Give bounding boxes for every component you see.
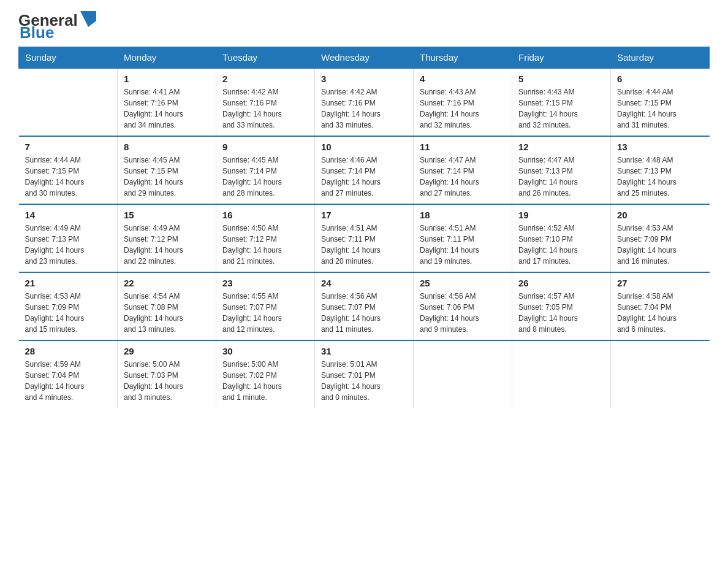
day-info: Sunrise: 4:50 AM Sunset: 7:12 PM Dayligh… [222, 223, 308, 267]
calendar-cell: 11Sunrise: 4:47 AM Sunset: 7:14 PM Dayli… [414, 136, 512, 204]
calendar-cell: 1Sunrise: 4:41 AM Sunset: 7:16 PM Daylig… [118, 68, 216, 136]
calendar-cell: 6Sunrise: 4:44 AM Sunset: 7:15 PM Daylig… [611, 68, 710, 136]
day-number: 16 [222, 210, 308, 220]
day-number: 6 [617, 74, 703, 84]
calendar-cell: 16Sunrise: 4:50 AM Sunset: 7:12 PM Dayli… [216, 204, 315, 272]
day-number: 5 [518, 74, 604, 84]
calendar-cell: 18Sunrise: 4:51 AM Sunset: 7:11 PM Dayli… [414, 204, 512, 272]
day-info: Sunrise: 4:45 AM Sunset: 7:14 PM Dayligh… [222, 155, 308, 199]
svg-marker-0 [80, 11, 96, 27]
header-wednesday: Wednesday [315, 47, 414, 69]
day-info: Sunrise: 4:48 AM Sunset: 7:13 PM Dayligh… [617, 155, 703, 199]
calendar-cell: 26Sunrise: 4:57 AM Sunset: 7:05 PM Dayli… [512, 272, 611, 340]
day-number: 24 [321, 278, 407, 288]
day-info: Sunrise: 4:59 AM Sunset: 7:04 PM Dayligh… [25, 359, 112, 403]
day-info: Sunrise: 4:49 AM Sunset: 7:13 PM Dayligh… [25, 223, 112, 267]
day-info: Sunrise: 4:47 AM Sunset: 7:13 PM Dayligh… [518, 155, 604, 199]
day-number: 31 [321, 346, 407, 356]
calendar-cell: 19Sunrise: 4:52 AM Sunset: 7:10 PM Dayli… [512, 204, 611, 272]
day-info: Sunrise: 4:56 AM Sunset: 7:06 PM Dayligh… [420, 291, 506, 335]
page-header: General Blue [18, 12, 710, 40]
day-number: 3 [321, 74, 407, 84]
day-number: 21 [25, 278, 112, 288]
day-info: Sunrise: 4:53 AM Sunset: 7:09 PM Dayligh… [25, 291, 112, 335]
calendar-cell: 4Sunrise: 4:43 AM Sunset: 7:16 PM Daylig… [414, 68, 512, 136]
day-number: 7 [25, 142, 112, 152]
day-info: Sunrise: 4:46 AM Sunset: 7:14 PM Dayligh… [321, 155, 407, 199]
day-info: Sunrise: 4:56 AM Sunset: 7:07 PM Dayligh… [321, 291, 407, 335]
day-number: 25 [420, 278, 506, 288]
day-number: 10 [321, 142, 407, 152]
day-number: 11 [420, 142, 506, 152]
calendar-cell [611, 340, 710, 408]
day-info: Sunrise: 4:52 AM Sunset: 7:10 PM Dayligh… [518, 223, 604, 267]
day-number: 23 [222, 278, 308, 288]
day-number: 8 [124, 142, 210, 152]
calendar-cell: 9Sunrise: 4:45 AM Sunset: 7:14 PM Daylig… [216, 136, 315, 204]
header-saturday: Saturday [611, 47, 710, 69]
day-number: 20 [617, 210, 703, 220]
calendar-cell: 23Sunrise: 4:55 AM Sunset: 7:07 PM Dayli… [216, 272, 315, 340]
calendar-week-row: 1Sunrise: 4:41 AM Sunset: 7:16 PM Daylig… [19, 68, 710, 136]
day-number: 12 [518, 142, 604, 152]
day-info: Sunrise: 4:45 AM Sunset: 7:15 PM Dayligh… [124, 155, 210, 199]
day-number: 15 [124, 210, 210, 220]
calendar-cell: 15Sunrise: 4:49 AM Sunset: 7:12 PM Dayli… [118, 204, 216, 272]
day-info: Sunrise: 4:58 AM Sunset: 7:04 PM Dayligh… [617, 291, 703, 335]
day-info: Sunrise: 4:44 AM Sunset: 7:15 PM Dayligh… [617, 86, 703, 131]
day-info: Sunrise: 4:49 AM Sunset: 7:12 PM Dayligh… [124, 223, 210, 267]
day-number: 13 [617, 142, 703, 152]
logo: General Blue [18, 12, 97, 40]
calendar-cell: 25Sunrise: 4:56 AM Sunset: 7:06 PM Dayli… [414, 272, 512, 340]
day-info: Sunrise: 4:44 AM Sunset: 7:15 PM Dayligh… [25, 155, 112, 199]
calendar-cell: 27Sunrise: 4:58 AM Sunset: 7:04 PM Dayli… [611, 272, 710, 340]
day-number: 17 [321, 210, 407, 220]
day-info: Sunrise: 4:53 AM Sunset: 7:09 PM Dayligh… [617, 223, 703, 267]
calendar-cell: 14Sunrise: 4:49 AM Sunset: 7:13 PM Dayli… [19, 204, 118, 272]
day-info: Sunrise: 4:51 AM Sunset: 7:11 PM Dayligh… [321, 223, 407, 267]
calendar-week-row: 14Sunrise: 4:49 AM Sunset: 7:13 PM Dayli… [19, 204, 710, 272]
day-number: 29 [124, 346, 210, 356]
day-info: Sunrise: 5:00 AM Sunset: 7:02 PM Dayligh… [222, 359, 308, 403]
calendar-cell: 22Sunrise: 4:54 AM Sunset: 7:08 PM Dayli… [118, 272, 216, 340]
day-info: Sunrise: 4:51 AM Sunset: 7:11 PM Dayligh… [420, 223, 506, 267]
calendar-cell: 24Sunrise: 4:56 AM Sunset: 7:07 PM Dayli… [315, 272, 414, 340]
calendar-cell: 10Sunrise: 4:46 AM Sunset: 7:14 PM Dayli… [315, 136, 414, 204]
header-monday: Monday [118, 47, 216, 69]
day-number: 14 [25, 210, 112, 220]
day-number: 19 [518, 210, 604, 220]
calendar-cell: 17Sunrise: 4:51 AM Sunset: 7:11 PM Dayli… [315, 204, 414, 272]
day-number: 9 [222, 142, 308, 152]
calendar-week-row: 21Sunrise: 4:53 AM Sunset: 7:09 PM Dayli… [19, 272, 710, 340]
calendar-cell [19, 68, 118, 136]
day-info: Sunrise: 4:41 AM Sunset: 7:16 PM Dayligh… [124, 86, 210, 131]
calendar-cell: 28Sunrise: 4:59 AM Sunset: 7:04 PM Dayli… [19, 340, 118, 408]
day-number: 30 [222, 346, 308, 356]
day-number: 26 [518, 278, 604, 288]
day-number: 28 [25, 346, 112, 356]
day-number: 2 [222, 74, 308, 84]
calendar-cell [512, 340, 611, 408]
day-number: 4 [420, 74, 506, 84]
calendar-cell: 2Sunrise: 4:42 AM Sunset: 7:16 PM Daylig… [216, 68, 315, 136]
calendar-cell: 30Sunrise: 5:00 AM Sunset: 7:02 PM Dayli… [216, 340, 315, 408]
calendar-cell: 7Sunrise: 4:44 AM Sunset: 7:15 PM Daylig… [19, 136, 118, 204]
day-info: Sunrise: 4:42 AM Sunset: 7:16 PM Dayligh… [222, 86, 308, 131]
logo-blue: Blue [20, 25, 54, 40]
calendar-cell: 29Sunrise: 5:00 AM Sunset: 7:03 PM Dayli… [118, 340, 216, 408]
calendar-cell: 5Sunrise: 4:43 AM Sunset: 7:15 PM Daylig… [512, 68, 611, 136]
calendar-cell: 21Sunrise: 4:53 AM Sunset: 7:09 PM Dayli… [19, 272, 118, 340]
calendar-cell: 31Sunrise: 5:01 AM Sunset: 7:01 PM Dayli… [315, 340, 414, 408]
day-number: 22 [124, 278, 210, 288]
day-info: Sunrise: 4:57 AM Sunset: 7:05 PM Dayligh… [518, 291, 604, 335]
day-info: Sunrise: 4:42 AM Sunset: 7:16 PM Dayligh… [321, 86, 407, 131]
calendar-cell [414, 340, 512, 408]
calendar-week-row: 7Sunrise: 4:44 AM Sunset: 7:15 PM Daylig… [19, 136, 710, 204]
header-thursday: Thursday [414, 47, 512, 69]
day-number: 1 [124, 74, 210, 84]
day-info: Sunrise: 5:01 AM Sunset: 7:01 PM Dayligh… [321, 359, 407, 403]
day-info: Sunrise: 4:47 AM Sunset: 7:14 PM Dayligh… [420, 155, 506, 199]
calendar-cell: 8Sunrise: 4:45 AM Sunset: 7:15 PM Daylig… [118, 136, 216, 204]
header-friday: Friday [512, 47, 611, 69]
calendar-week-row: 28Sunrise: 4:59 AM Sunset: 7:04 PM Dayli… [19, 340, 710, 408]
